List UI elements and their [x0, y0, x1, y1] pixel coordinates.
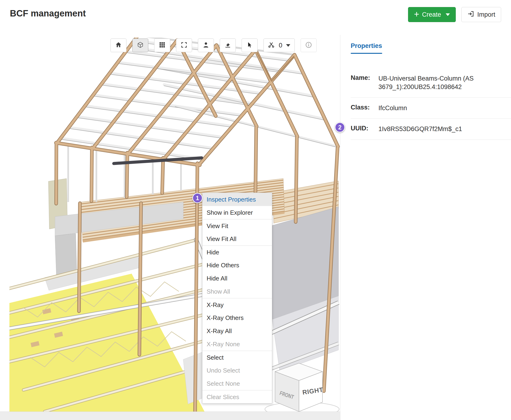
- import-button-label: Import: [477, 11, 495, 18]
- field-name-value: UB-Universal Beams-Column (AS 3679_1):20…: [378, 74, 482, 91]
- viewer-footer: [0, 412, 340, 420]
- menu-item-xray-others[interactable]: X-Ray Others: [202, 311, 272, 324]
- cursor-icon: [246, 41, 253, 49]
- menu-item-view-fit[interactable]: View Fit: [202, 219, 272, 232]
- eraser-button[interactable]: [220, 38, 236, 52]
- fullscreen-icon: [181, 41, 188, 49]
- menu-item-show-all: Show All: [202, 285, 272, 298]
- model-viewport[interactable]: FRONT RIGHT: [9, 38, 340, 412]
- home-icon: [115, 41, 122, 49]
- nav-cube[interactable]: FRONT RIGHT: [265, 363, 339, 412]
- chevron-down-icon: [446, 13, 450, 16]
- create-button-label: Create: [422, 11, 441, 18]
- yellow-floor: [9, 255, 205, 412]
- create-button[interactable]: + Create: [408, 7, 456, 22]
- field-uuid: UUID: 1Iv8RS53D6GQR7f2Mm$_c1: [351, 119, 511, 140]
- field-class-value: IfcColumn: [378, 104, 407, 112]
- field-uuid-label: UUID:: [351, 125, 378, 133]
- menu-item-xray-none: X-Ray None: [202, 338, 272, 351]
- info-icon: [305, 41, 312, 49]
- slice-button[interactable]: 0: [264, 38, 295, 52]
- properties-panel: Properties Name: UB-Universal Beams-Colu…: [340, 35, 511, 420]
- header-actions: + Create Import: [408, 7, 501, 22]
- properties-fields: Name: UB-Universal Beams-Column (AS 3679…: [351, 68, 511, 140]
- page-title: BCF management: [10, 8, 86, 19]
- select-pointer-button[interactable]: [242, 38, 258, 52]
- menu-item-xray[interactable]: X-Ray: [202, 298, 272, 311]
- tab-properties[interactable]: Properties: [351, 42, 382, 54]
- annotation-step-2: 2: [335, 122, 345, 133]
- field-name: Name: UB-Universal Beams-Column (AS 3679…: [351, 68, 511, 98]
- eraser-icon: [224, 41, 231, 49]
- context-menu: Inspect Properties Show in Explorer View…: [202, 193, 272, 404]
- cube-view-button[interactable]: [132, 38, 148, 52]
- menu-item-hide[interactable]: Hide: [202, 246, 272, 259]
- field-class-label: Class:: [351, 104, 378, 112]
- import-button[interactable]: Import: [461, 7, 501, 22]
- cube-icon: [137, 41, 144, 49]
- menu-item-hide-others[interactable]: Hide Others: [202, 259, 272, 272]
- import-icon: [467, 10, 474, 19]
- plus-icon: +: [414, 10, 419, 19]
- menu-item-inspect-properties[interactable]: Inspect Properties: [202, 193, 272, 206]
- menu-item-select[interactable]: Select: [202, 351, 272, 364]
- field-uuid-value: 1Iv8RS53D6GQR7f2Mm$_c1: [378, 125, 462, 133]
- field-class: Class: IfcColumn: [351, 98, 511, 119]
- scissors-icon: [268, 41, 275, 49]
- menu-item-view-fit-all[interactable]: View Fit All: [202, 232, 272, 246]
- fit-view-button[interactable]: [176, 38, 192, 52]
- grid-icon: [159, 41, 166, 49]
- viewer-toolbar: 0: [110, 38, 317, 52]
- info-button[interactable]: [301, 38, 317, 52]
- menu-item-undo-select: Undo Select: [202, 364, 272, 377]
- chevron-down-icon[interactable]: [286, 44, 290, 47]
- menu-item-clear-slices: Clear Slices: [202, 390, 272, 403]
- home-button[interactable]: [110, 38, 126, 52]
- slice-count: 0: [279, 42, 282, 49]
- field-name-label: Name:: [351, 74, 378, 91]
- menu-item-show-in-explorer[interactable]: Show in Explorer: [202, 206, 272, 219]
- annotation-step-1: 1: [192, 193, 203, 203]
- menu-item-xray-all[interactable]: X-Ray All: [202, 324, 272, 338]
- person-icon: [202, 41, 209, 49]
- menu-item-hide-all[interactable]: Hide All: [202, 272, 272, 285]
- menu-item-select-none: Select None: [202, 377, 272, 390]
- person-view-button[interactable]: [198, 38, 214, 52]
- grid-button[interactable]: [154, 38, 170, 52]
